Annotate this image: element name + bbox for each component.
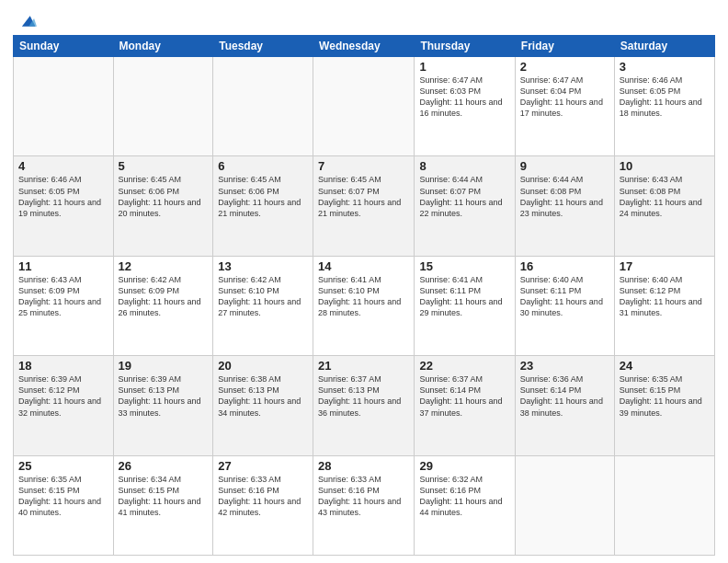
calendar-cell: 26Sunrise: 6:34 AM Sunset: 6:15 PM Dayli… (113, 455, 213, 555)
day-info: Sunrise: 6:42 AM Sunset: 6:09 PM Dayligh… (119, 274, 209, 319)
day-info: Sunrise: 6:33 AM Sunset: 6:16 PM Dayligh… (218, 474, 308, 519)
calendar-cell: 1Sunrise: 6:47 AM Sunset: 6:03 PM Daylig… (415, 57, 515, 156)
day-info: Sunrise: 6:39 AM Sunset: 6:13 PM Dayligh… (119, 373, 209, 419)
day-number: 6 (218, 159, 308, 173)
day-number: 28 (318, 459, 409, 473)
calendar-header-row: SundayMondayTuesdayWednesdayThursdayFrid… (14, 36, 715, 57)
calendar-cell: 17Sunrise: 6:40 AM Sunset: 6:12 PM Dayli… (614, 256, 714, 355)
calendar-cell (313, 57, 415, 156)
day-info: Sunrise: 6:40 AM Sunset: 6:11 PM Dayligh… (520, 274, 609, 319)
day-info: Sunrise: 6:46 AM Sunset: 6:05 PM Dayligh… (18, 174, 108, 219)
header-friday: Friday (515, 36, 614, 57)
calendar-cell: 25Sunrise: 6:35 AM Sunset: 6:15 PM Dayli… (14, 455, 114, 555)
day-info: Sunrise: 6:33 AM Sunset: 6:16 PM Dayligh… (318, 474, 409, 519)
day-info: Sunrise: 6:43 AM Sunset: 6:09 PM Dayligh… (18, 274, 108, 319)
day-number: 4 (18, 159, 108, 173)
day-info: Sunrise: 6:45 AM Sunset: 6:06 PM Dayligh… (119, 174, 209, 219)
day-number: 2 (520, 60, 609, 74)
day-info: Sunrise: 6:47 AM Sunset: 6:04 PM Dayligh… (520, 75, 609, 120)
calendar-cell: 3Sunrise: 6:46 AM Sunset: 6:05 PM Daylig… (614, 57, 714, 156)
header-saturday: Saturday (614, 36, 714, 57)
day-number: 23 (520, 359, 609, 373)
day-info: Sunrise: 6:42 AM Sunset: 6:10 PM Dayligh… (218, 274, 308, 319)
calendar-cell (14, 57, 114, 156)
calendar-cell: 4Sunrise: 6:46 AM Sunset: 6:05 PM Daylig… (14, 156, 114, 256)
calendar-cell: 22Sunrise: 6:37 AM Sunset: 6:14 PM Dayli… (415, 356, 515, 455)
day-number: 17 (620, 259, 710, 273)
day-info: Sunrise: 6:43 AM Sunset: 6:08 PM Dayligh… (620, 174, 710, 219)
day-info: Sunrise: 6:45 AM Sunset: 6:06 PM Dayligh… (218, 174, 308, 219)
calendar-cell: 7Sunrise: 6:45 AM Sunset: 6:07 PM Daylig… (313, 156, 415, 256)
calendar-cell: 11Sunrise: 6:43 AM Sunset: 6:09 PM Dayli… (14, 256, 114, 355)
day-info: Sunrise: 6:37 AM Sunset: 6:14 PM Dayligh… (419, 373, 509, 419)
day-number: 11 (18, 259, 108, 273)
day-number: 18 (18, 359, 108, 373)
calendar-cell (515, 455, 614, 555)
day-number: 9 (520, 159, 609, 173)
day-number: 29 (419, 459, 509, 473)
day-number: 5 (119, 159, 209, 173)
calendar-cell: 28Sunrise: 6:33 AM Sunset: 6:16 PM Dayli… (313, 455, 415, 555)
calendar-cell: 12Sunrise: 6:42 AM Sunset: 6:09 PM Dayli… (113, 256, 213, 355)
calendar-cell: 5Sunrise: 6:45 AM Sunset: 6:06 PM Daylig… (113, 156, 213, 256)
day-number: 14 (318, 259, 409, 273)
day-info: Sunrise: 6:32 AM Sunset: 6:16 PM Dayligh… (419, 474, 509, 519)
calendar-cell: 18Sunrise: 6:39 AM Sunset: 6:12 PM Dayli… (14, 356, 114, 455)
day-info: Sunrise: 6:41 AM Sunset: 6:11 PM Dayligh… (419, 274, 509, 319)
day-info: Sunrise: 6:35 AM Sunset: 6:15 PM Dayligh… (620, 373, 710, 419)
calendar-cell: 16Sunrise: 6:40 AM Sunset: 6:11 PM Dayli… (515, 256, 614, 355)
day-number: 15 (419, 259, 509, 273)
header-monday: Monday (113, 36, 213, 57)
calendar-cell: 23Sunrise: 6:36 AM Sunset: 6:14 PM Dayli… (515, 356, 614, 455)
calendar-week-row: 4Sunrise: 6:46 AM Sunset: 6:05 PM Daylig… (14, 156, 715, 256)
day-info: Sunrise: 6:40 AM Sunset: 6:12 PM Dayligh… (620, 274, 710, 319)
day-number: 10 (620, 159, 710, 173)
day-number: 13 (218, 259, 308, 273)
header-thursday: Thursday (415, 36, 515, 57)
day-number: 16 (520, 259, 609, 273)
day-info: Sunrise: 6:41 AM Sunset: 6:10 PM Dayligh… (318, 274, 409, 319)
calendar-cell: 14Sunrise: 6:41 AM Sunset: 6:10 PM Dayli… (313, 256, 415, 355)
calendar-cell: 27Sunrise: 6:33 AM Sunset: 6:16 PM Dayli… (213, 455, 313, 555)
day-number: 12 (119, 259, 209, 273)
day-number: 25 (18, 459, 108, 473)
day-info: Sunrise: 6:38 AM Sunset: 6:13 PM Dayligh… (218, 373, 308, 419)
day-info: Sunrise: 6:44 AM Sunset: 6:07 PM Dayligh… (419, 174, 509, 219)
header-tuesday: Tuesday (213, 36, 313, 57)
day-info: Sunrise: 6:39 AM Sunset: 6:12 PM Dayligh… (18, 373, 108, 419)
day-number: 21 (318, 359, 409, 373)
day-info: Sunrise: 6:46 AM Sunset: 6:05 PM Dayligh… (620, 75, 710, 120)
calendar-table: SundayMondayTuesdayWednesdayThursdayFrid… (13, 35, 715, 556)
calendar-cell: 6Sunrise: 6:45 AM Sunset: 6:06 PM Daylig… (213, 156, 313, 256)
calendar-cell: 2Sunrise: 6:47 AM Sunset: 6:04 PM Daylig… (515, 57, 614, 156)
calendar-cell: 15Sunrise: 6:41 AM Sunset: 6:11 PM Dayli… (415, 256, 515, 355)
calendar-week-row: 25Sunrise: 6:35 AM Sunset: 6:15 PM Dayli… (14, 455, 715, 555)
day-number: 3 (620, 60, 710, 74)
day-number: 19 (119, 359, 209, 373)
day-info: Sunrise: 6:34 AM Sunset: 6:15 PM Dayligh… (119, 474, 209, 519)
day-info: Sunrise: 6:44 AM Sunset: 6:08 PM Dayligh… (520, 174, 609, 219)
day-number: 27 (218, 459, 308, 473)
day-number: 7 (318, 159, 409, 173)
top-section (13, 9, 715, 31)
calendar-cell: 8Sunrise: 6:44 AM Sunset: 6:07 PM Daylig… (415, 156, 515, 256)
calendar-cell (113, 57, 213, 156)
calendar-cell: 19Sunrise: 6:39 AM Sunset: 6:13 PM Dayli… (113, 356, 213, 455)
calendar-cell: 20Sunrise: 6:38 AM Sunset: 6:13 PM Dayli… (213, 356, 313, 455)
calendar-week-row: 1Sunrise: 6:47 AM Sunset: 6:03 PM Daylig… (14, 57, 715, 156)
day-number: 1 (419, 60, 509, 74)
calendar-cell: 10Sunrise: 6:43 AM Sunset: 6:08 PM Dayli… (614, 156, 714, 256)
calendar-week-row: 11Sunrise: 6:43 AM Sunset: 6:09 PM Dayli… (14, 256, 715, 355)
calendar-cell: 21Sunrise: 6:37 AM Sunset: 6:13 PM Dayli… (313, 356, 415, 455)
calendar-cell (614, 455, 714, 555)
calendar-cell: 29Sunrise: 6:32 AM Sunset: 6:16 PM Dayli… (415, 455, 515, 555)
day-info: Sunrise: 6:47 AM Sunset: 6:03 PM Dayligh… (419, 75, 509, 120)
calendar-cell: 24Sunrise: 6:35 AM Sunset: 6:15 PM Dayli… (614, 356, 714, 455)
day-number: 26 (119, 459, 209, 473)
day-number: 8 (419, 159, 509, 173)
logo (13, 9, 37, 31)
day-info: Sunrise: 6:37 AM Sunset: 6:13 PM Dayligh… (318, 373, 409, 419)
calendar-cell: 13Sunrise: 6:42 AM Sunset: 6:10 PM Dayli… (213, 256, 313, 355)
day-info: Sunrise: 6:36 AM Sunset: 6:14 PM Dayligh… (520, 373, 609, 419)
day-info: Sunrise: 6:35 AM Sunset: 6:15 PM Dayligh… (18, 474, 108, 519)
